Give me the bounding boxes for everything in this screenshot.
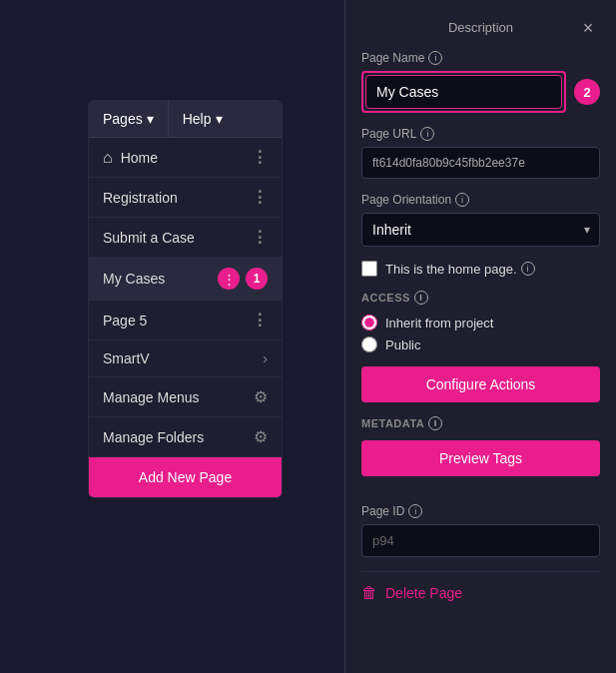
public-label: Public bbox=[385, 337, 420, 352]
sidebar-nav: ⌂ Home ⋮ Registration ⋮ Submit a Case ⋮ … bbox=[89, 138, 282, 457]
page-id-input bbox=[361, 524, 600, 557]
sidebar-item-label: Manage Folders bbox=[103, 429, 204, 445]
step-2-badge: 2 bbox=[574, 79, 600, 105]
configure-actions-button[interactable]: Configure Actions bbox=[361, 366, 600, 402]
sidebar-item-page5[interactable]: Page 5 ⋮ bbox=[89, 301, 282, 340]
home-icon: ⌂ bbox=[103, 149, 113, 167]
sidebar-item-submit-a-case[interactable]: Submit a Case ⋮ bbox=[89, 218, 282, 258]
page-id-group: Page ID i bbox=[361, 504, 600, 557]
inherit-radio-row: Inherit from project bbox=[361, 315, 600, 331]
description-label: Description bbox=[361, 20, 600, 35]
page-name-group: Page Name i 2 bbox=[361, 51, 600, 113]
smartv-arrow-icon: › bbox=[263, 350, 268, 366]
sidebar-item-my-cases[interactable]: My Cases ⋮ 1 bbox=[89, 258, 282, 301]
page-id-info-icon[interactable]: i bbox=[408, 504, 422, 518]
page-id-label: Page ID i bbox=[361, 504, 600, 518]
sidebar-item-label: SmartV bbox=[103, 350, 150, 366]
access-info-icon[interactable]: i bbox=[414, 291, 428, 305]
home-page-info-icon[interactable]: i bbox=[521, 262, 535, 276]
sidebar-item-label: Home bbox=[121, 150, 158, 166]
access-radio-group: Inherit from project Public bbox=[361, 315, 600, 352]
help-menu-button[interactable]: Help ▾ bbox=[169, 101, 237, 137]
add-new-page-button[interactable]: Add New Page bbox=[89, 457, 282, 497]
sidebar-item-manage-menus[interactable]: Manage Menus ⚙ bbox=[89, 377, 282, 417]
page-url-label: Page URL i bbox=[361, 127, 600, 141]
chevron-down-icon-help: ▾ bbox=[216, 111, 223, 127]
sidebar-item-label: Manage Menus bbox=[103, 389, 200, 405]
nav-left-smartv: SmartV bbox=[103, 350, 150, 366]
page-name-highlight-box bbox=[361, 71, 566, 113]
page-url-group: Page URL i bbox=[361, 127, 600, 179]
my-cases-badge: 1 bbox=[246, 268, 268, 290]
sidebar-item-label: Page 5 bbox=[103, 313, 147, 329]
nav-left-my-cases: My Cases bbox=[103, 271, 165, 287]
nav-left-registration: Registration bbox=[103, 190, 178, 206]
trash-icon: 🗑 bbox=[361, 584, 377, 602]
close-button[interactable]: × bbox=[576, 16, 600, 40]
page-orientation-info-icon[interactable]: i bbox=[455, 193, 469, 207]
page-name-label: Page Name i bbox=[361, 51, 600, 65]
access-group: ACCESS i Inherit from project Public bbox=[361, 291, 600, 352]
public-radio-row: Public bbox=[361, 336, 600, 352]
page5-dots-button[interactable]: ⋮ bbox=[252, 311, 268, 330]
nav-left-page5: Page 5 bbox=[103, 313, 147, 329]
delete-page-label: Delete Page bbox=[385, 585, 462, 601]
metadata-label: METADATA i bbox=[361, 416, 600, 430]
page-orientation-select-wrapper: Inherit Portrait Landscape ▾ bbox=[361, 213, 600, 247]
metadata-info-icon[interactable]: i bbox=[428, 416, 442, 430]
page-name-row: 2 bbox=[361, 71, 600, 113]
sidebar-item-label: My Cases bbox=[103, 271, 165, 287]
manage-menus-gear-icon[interactable]: ⚙ bbox=[254, 387, 268, 406]
page-url-info-icon[interactable]: i bbox=[420, 127, 434, 141]
sidebar-item-label: Submit a Case bbox=[103, 230, 195, 246]
nav-left-home: ⌂ Home bbox=[103, 149, 158, 167]
sidebar-item-smartv[interactable]: SmartV › bbox=[89, 340, 282, 377]
inherit-radio[interactable] bbox=[361, 315, 377, 331]
registration-dots-button[interactable]: ⋮ bbox=[252, 188, 268, 207]
sidebar-item-home[interactable]: ⌂ Home ⋮ bbox=[89, 138, 282, 178]
chevron-down-icon: ▾ bbox=[147, 111, 154, 127]
home-dots-button[interactable]: ⋮ bbox=[252, 148, 268, 167]
sidebar-item-label: Registration bbox=[103, 190, 178, 206]
pages-menu-button[interactable]: Pages ▾ bbox=[89, 101, 169, 137]
metadata-section: METADATA i Preview Tags bbox=[361, 416, 600, 490]
sidebar-header: Pages ▾ Help ▾ bbox=[89, 101, 282, 138]
page-name-input[interactable] bbox=[365, 75, 562, 109]
sidebar-item-manage-folders[interactable]: Manage Folders ⚙ bbox=[89, 417, 282, 457]
public-radio[interactable] bbox=[361, 336, 377, 352]
access-label: ACCESS i bbox=[361, 291, 600, 305]
nav-left-manage-folders: Manage Folders bbox=[103, 429, 204, 445]
pages-label: Pages bbox=[103, 111, 143, 127]
page-orientation-group: Page Orientation i Inherit Portrait Land… bbox=[361, 193, 600, 247]
page-orientation-label: Page Orientation i bbox=[361, 193, 600, 207]
help-label: Help bbox=[183, 111, 212, 127]
home-page-label: This is the home page. i bbox=[385, 262, 535, 277]
submit-dots-button[interactable]: ⋮ bbox=[252, 228, 268, 247]
sidebar: Pages ▾ Help ▾ ⌂ Home ⋮ Registration ⋮ bbox=[88, 100, 283, 498]
nav-left-manage-menus: Manage Menus bbox=[103, 389, 200, 405]
home-page-checkbox[interactable] bbox=[361, 261, 377, 277]
inherit-label: Inherit from project bbox=[385, 316, 493, 331]
manage-folders-gear-icon[interactable]: ⚙ bbox=[254, 427, 268, 446]
page-url-input[interactable] bbox=[361, 147, 600, 179]
nav-left-submit: Submit a Case bbox=[103, 230, 195, 246]
my-cases-dots-button[interactable]: ⋮ bbox=[218, 268, 240, 290]
home-page-checkbox-row: This is the home page. i bbox=[361, 261, 600, 277]
modal-panel: Description × Page Name i 2 Page URL i P… bbox=[344, 0, 616, 673]
page-name-info-icon[interactable]: i bbox=[428, 51, 442, 65]
sidebar-item-registration[interactable]: Registration ⋮ bbox=[89, 178, 282, 218]
preview-tags-button[interactable]: Preview Tags bbox=[361, 440, 600, 476]
delete-page-button[interactable]: 🗑 Delete Page bbox=[361, 571, 600, 614]
page-orientation-select[interactable]: Inherit Portrait Landscape bbox=[361, 213, 600, 247]
